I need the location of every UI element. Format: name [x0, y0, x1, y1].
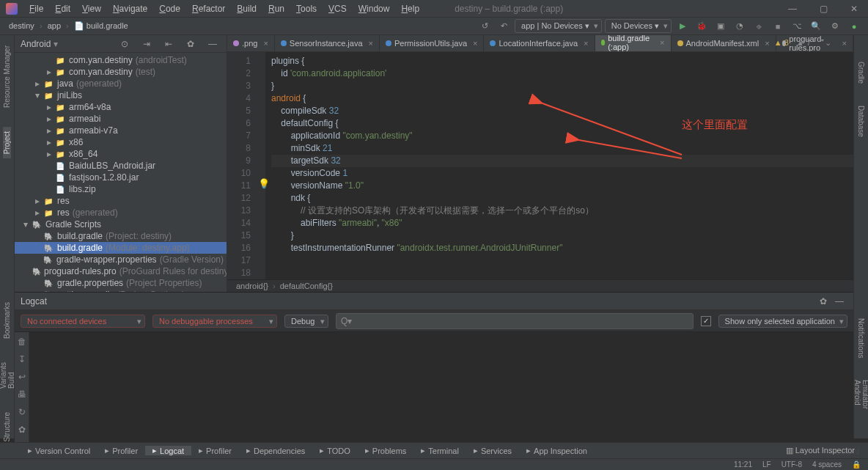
settings-icon[interactable]: ⚙	[827, 18, 843, 34]
tool-todo[interactable]: ▸ TODO	[312, 446, 358, 455]
tree-item[interactable]: ▸📁x86	[15, 136, 227, 148]
tree-item[interactable]: 🐘proguard-rules.pro(ProGuard Rules for d…	[15, 265, 227, 277]
tree-item[interactable]: ▸📁armeabi-v7a	[15, 125, 227, 136]
tool-logcat[interactable]: ▸ Logcat	[145, 446, 191, 455]
intention-bulb-icon[interactable]: 💡	[258, 178, 270, 189]
gear-icon[interactable]: ✿	[815, 293, 831, 309]
android-view-dropdown[interactable]: Android	[21, 39, 51, 49]
menu-navigate[interactable]: Navigate	[107, 4, 153, 14]
tree-item[interactable]: 📄BaiduLBS_Android.jar	[15, 160, 227, 172]
tool-version-control[interactable]: ▸ Version Control	[21, 446, 98, 455]
tree-item[interactable]: 🐘gradle-wrapper.properties(Gradle Versio…	[15, 254, 227, 265]
tree-item[interactable]: 🐘build.gradle(Module: destiny.app)	[15, 242, 227, 254]
tree-item[interactable]: 🐘settings.gradle(Project Settings)	[15, 289, 227, 292]
coverage-icon[interactable]: ▣	[713, 18, 729, 34]
editor-tab[interactable]: AndroidManifest.xml×	[672, 35, 776, 52]
attach-icon[interactable]: ⎆	[751, 18, 767, 34]
crumb-app[interactable]: app	[45, 21, 64, 30]
menu-refactor[interactable]: Refactor	[186, 4, 231, 14]
close-tab-icon[interactable]: ×	[584, 39, 588, 48]
bookmarks-tab[interactable]: Bookmarks	[3, 298, 11, 343]
editor-tab[interactable]: build.gradle (:app)×	[595, 35, 672, 52]
code-editor[interactable]: 123456789101112131415161718 plugins { id…	[227, 52, 853, 279]
tree-item[interactable]: ▾🐘Gradle Scripts	[15, 219, 227, 230]
soft-wrap-icon[interactable]: ↩	[18, 372, 26, 382]
menu-window[interactable]: Window	[353, 4, 396, 14]
emulator-tab[interactable]: Android Emulator	[853, 375, 869, 438]
tool-profiler[interactable]: ▸ Profiler	[191, 446, 239, 455]
indent-setting[interactable]: 4 spaces	[812, 460, 842, 469]
menu-build[interactable]: Build	[231, 4, 262, 14]
collapse-all-icon[interactable]: ⇤	[161, 36, 177, 52]
minimize-icon[interactable]: —	[784, 1, 801, 17]
gradle-tab[interactable]: Gradle	[857, 57, 865, 88]
tree-item[interactable]: 📄libs.zip	[15, 183, 227, 195]
crumb-destiny[interactable]: destiny	[6, 21, 37, 30]
menu-help[interactable]: Help	[395, 4, 425, 14]
tool-app-inspection[interactable]: ▸ App Inspection	[519, 446, 595, 455]
project-tree[interactable]: 📁com.yan.destiny(androidTest)▸📁com.yan.d…	[15, 53, 227, 292]
database-tab[interactable]: Database	[857, 101, 865, 142]
maximize-icon[interactable]: ▢	[815, 1, 831, 17]
editor-tab[interactable]: SensorInstance.java×	[275, 35, 380, 52]
tool-profiler[interactable]: ▸ Profiler	[98, 446, 145, 455]
run-icon[interactable]: ▶	[674, 18, 691, 34]
logcat-output[interactable]	[29, 332, 853, 446]
menu-view[interactable]: View	[76, 4, 107, 14]
menu-tools[interactable]: Tools	[290, 4, 323, 14]
minimize-icon[interactable]: —	[831, 293, 847, 309]
menu-code[interactable]: Code	[153, 4, 186, 14]
back-icon[interactable]: ↶	[496, 18, 512, 34]
close-tab-icon[interactable]: ×	[263, 39, 268, 48]
tool-dependencies[interactable]: ▸ Dependencies	[239, 446, 312, 455]
tree-item[interactable]: ▸📁com.yan.destiny(test)	[15, 66, 227, 78]
tree-item[interactable]: ▸📁res	[15, 195, 227, 207]
process-dropdown[interactable]: No debuggable processes	[152, 315, 277, 328]
crumb-default-config[interactable]: defaultConfig{}	[280, 282, 333, 290]
layout-inspector-button[interactable]: ▥ Layout Inspector	[779, 446, 862, 455]
tree-item[interactable]: ▸📁res(generated)	[15, 207, 227, 219]
tree-item[interactable]: 📄fastjson-1.2.80.jar	[15, 172, 227, 183]
tool-problems[interactable]: ▸ Problems	[358, 446, 413, 455]
tree-item[interactable]: ▸📁armeabi	[15, 113, 227, 125]
resource-manager-tab[interactable]: Resource Manager	[3, 41, 11, 112]
device-dropdown[interactable]: No Devices ▾	[605, 19, 672, 33]
close-tab-icon[interactable]: ×	[473, 39, 477, 48]
hide-icon[interactable]: —	[205, 36, 221, 52]
avatar-icon[interactable]: ●	[846, 18, 862, 34]
build-variants-tab[interactable]: Build Variants	[0, 358, 15, 393]
select-opened-icon[interactable]: ⊙	[117, 36, 133, 52]
expand-all-icon[interactable]: ⇥	[139, 36, 155, 52]
settings-icon[interactable]: ✿	[18, 425, 26, 435]
close-tab-icon[interactable]: ×	[660, 38, 664, 47]
tree-item[interactable]: ▾📁jniLibs	[15, 89, 227, 101]
tree-item[interactable]: ▸📁arm64-v8a	[15, 101, 227, 113]
crumb-build.gradle[interactable]: 📄 build.gradle	[71, 21, 131, 30]
device-dropdown[interactable]: No connected devices	[21, 315, 145, 328]
filter-dropdown[interactable]: Show only selected application	[718, 315, 847, 328]
tree-item[interactable]: 🐘gradle.properties(Project Properties)	[15, 277, 227, 289]
menu-vcs[interactable]: VCS	[323, 4, 353, 14]
gear-icon[interactable]: ✿	[183, 36, 199, 52]
crumb-android[interactable]: android{}	[236, 282, 268, 290]
tree-item[interactable]: 🐘build.gradle(Project: destiny)	[15, 230, 227, 242]
editor-tab[interactable]: .png×	[227, 35, 275, 52]
stop-icon[interactable]: ■	[770, 18, 786, 34]
menu-edit[interactable]: Edit	[49, 4, 76, 14]
debug-icon[interactable]: 🐞	[694, 18, 710, 34]
tree-item[interactable]: ▸📁java(generated)	[15, 78, 227, 89]
search-icon[interactable]: 🔍	[808, 18, 824, 34]
sync-icon[interactable]: ↺	[477, 18, 493, 34]
tree-item[interactable]: ▸📁x86_64	[15, 148, 227, 160]
project-tab[interactable]: Project	[3, 127, 11, 158]
trash-icon[interactable]: 🗑	[18, 337, 26, 347]
editor-tab[interactable]: LocationInterface.java×	[484, 35, 595, 52]
editor-breadcrumbs[interactable]: android{} › defaultConfig{}	[227, 279, 853, 292]
profile-icon[interactable]: ◔	[732, 18, 748, 34]
run-config-dropdown[interactable]: app | No Devices ▾	[515, 19, 602, 33]
restart-icon[interactable]: ↻	[18, 407, 26, 417]
structure-tab[interactable]: Structure	[3, 408, 11, 447]
close-icon[interactable]: ✕	[846, 1, 862, 17]
close-tab-icon[interactable]: ×	[765, 39, 769, 48]
read-lock-icon[interactable]: 🔒	[852, 460, 861, 469]
